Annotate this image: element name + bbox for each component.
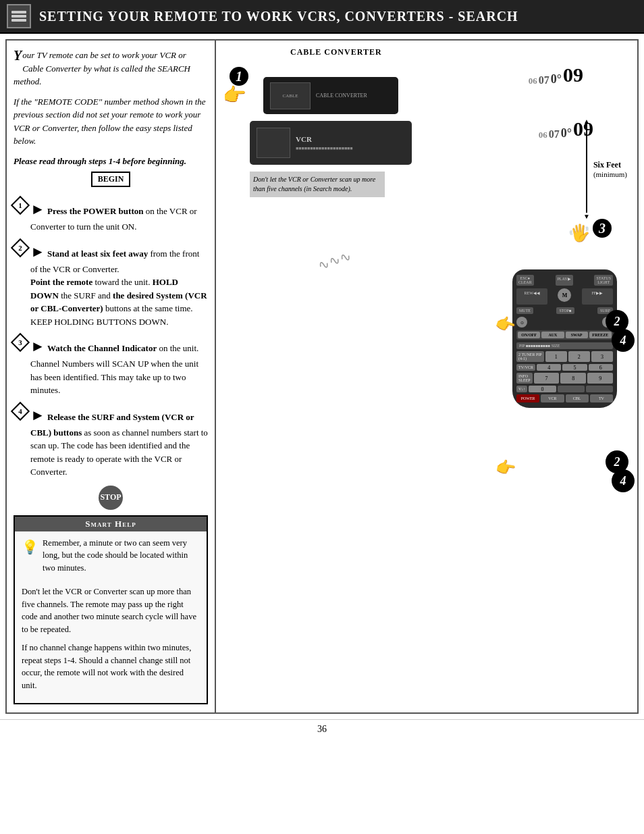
surf-row: ON/OFF AUX SWAP FREEZE [516, 330, 613, 340]
signal-waves: ∿∿∿ [315, 247, 353, 274]
num0-btn: 0 [529, 386, 556, 392]
hand-step1-icon: 👉 [223, 84, 246, 106]
diagram-area: 👉 1 CABLE CABLE CONVERTER 06 07 0° 09 VC… [223, 60, 630, 587]
step-1: 1 ► Press the POWER button on the VCR or… [14, 198, 208, 234]
tv-btn: TV [590, 394, 613, 402]
power-row: POWER VCR CBL TV [516, 394, 613, 402]
smart-help-body: 💡 Remember, a minute or two can seem ver… [15, 531, 207, 703]
blank-btn2 [586, 386, 613, 392]
right-panel: CABLE CONVERTER 👉 1 CABLE CABLE CONVERTE… [216, 41, 637, 712]
badge-step3: 3 [593, 219, 612, 238]
step-3-content: ► Watch the Channel Indicator on the uni… [30, 335, 208, 397]
remote-control: ESC●CLEAR PLAY▶ STATUSLIGHT REW◀◀ M FF▶▶… [512, 269, 617, 408]
step-1-badge: 1 [14, 199, 27, 212]
num1-btn: 1 [545, 351, 567, 362]
ff-btn: FF▶▶ [582, 288, 613, 305]
step-2-badge: 2 [14, 241, 27, 255]
step-4-badge: 4 [14, 405, 27, 418]
vcr-device: VCR ■■■■■■■■■■■■■■■■■■■■ [250, 121, 412, 165]
aux-btn: AUX [541, 332, 564, 338]
main-content: Your TV remote can be set to work your V… [5, 39, 639, 714]
freeze-btn: FREEZE [589, 332, 612, 338]
smart-help-title: Smart Help [15, 517, 207, 531]
pip-bar: PIP ■■■■■■■■■■ SIZE [516, 342, 613, 349]
remote-nav: REW◀◀ M FF▶▶ [516, 288, 613, 305]
intro-text: Your TV remote can be set to work your V… [14, 49, 208, 88]
page-title: Setting Your Remote To Work VCRs, Conver… [39, 9, 518, 24]
tvvcr-row: TV/VCR 4 5 6 [516, 364, 613, 371]
mute-stop-surf-row: MUTE STOP■ SURF [516, 307, 613, 314]
step-2-content: ► Stand at least six feet away from the … [30, 240, 208, 329]
pip-label: PIP ■■■■■■■■■■ SIZE [519, 344, 560, 348]
num7-btn: 7 [534, 373, 560, 384]
step-4: 4 ► Release the SURF and System (VCR or … [14, 404, 208, 479]
left-panel: Your TV remote can be set to work your V… [7, 41, 216, 712]
step-4-content: ► Release the SURF and System (VCR or CB… [30, 404, 208, 479]
page-header: Setting Your Remote To Work VCRs, Conver… [0, 0, 644, 34]
vcr-mode-btn: VCR [541, 394, 564, 402]
badge-4b: 4 [612, 469, 635, 492]
badge-4a: 4 [612, 329, 635, 352]
hand-step4-icon: 👉 [494, 457, 517, 479]
m-btn: M [558, 288, 571, 302]
drop-cap: Y [14, 49, 22, 62]
step-3-badge: 3 [14, 336, 27, 349]
num8-btn: 8 [560, 373, 586, 384]
cbl-btn: CBL [566, 394, 589, 402]
blank-btn [558, 386, 585, 392]
cable-converter-label: CABLE CONVERTER [290, 47, 382, 57]
vcr-label: VCR [296, 135, 353, 143]
smart-help-para-3: If no channel change happens within two … [22, 642, 200, 692]
step-3: 3 ► Watch the Channel Indicator on the u… [14, 335, 208, 397]
status-light-btn: STATUSLIGHT [594, 275, 613, 286]
step-1-content: ► Press the POWER button on the VCR or C… [30, 198, 208, 234]
vol-row: V↓↑ 0 [516, 386, 613, 392]
num3-btn: 3 [591, 351, 613, 362]
onoff-btn: ON/OFF [518, 332, 540, 338]
header-icon [7, 4, 31, 28]
hand-step3-icon: 👋 [564, 218, 593, 247]
remote-body: ESC●CLEAR PLAY▶ STATUSLIGHT REW◀◀ M FF▶▶… [512, 269, 617, 408]
num6-btn: 6 [589, 364, 613, 371]
swap-btn: SWAP [566, 332, 588, 338]
step-2: 2 ► Stand at least six feet away from th… [14, 240, 208, 329]
rew-btn: REW◀◀ [516, 288, 547, 305]
page-number: 36 [0, 719, 644, 739]
stop-btn: STOP■ [556, 307, 574, 314]
smart-help-row-1: 💡 Remember, a minute or two can seem ver… [22, 537, 200, 580]
smart-help-para-2: Don't let the VCR or Converter scan up m… [22, 585, 200, 636]
dont-scan-note: Don't let the VCR or Converter scan up m… [250, 172, 385, 197]
badge-step1: 1 [230, 67, 248, 86]
mute-btn: MUTE [516, 307, 533, 314]
lightbulb-icon: 💡 [22, 537, 38, 557]
stop-box: STOP [14, 486, 208, 510]
six-feet-min: (minimum) [593, 170, 627, 178]
stop-circle: STOP [99, 486, 123, 510]
info-sleep-btn: INFOSLEEP [516, 373, 533, 384]
intro-para-3: Please read through steps 1-4 before beg… [14, 155, 208, 168]
six-feet-label: Six Feet [593, 160, 627, 170]
smart-help-box: Smart Help 💡 Remember, a minute or two c… [14, 515, 208, 704]
intro-text-1: our TV remote can be set to work your VC… [14, 50, 190, 86]
play-btn: PLAY▶ [556, 275, 573, 286]
cable-channel-numbers: 06 07 0° 09 [529, 63, 583, 86]
tvvcr-btn: TV/VCR [516, 364, 535, 371]
info-row: INFOSLEEP 7 8 9 [516, 373, 613, 384]
num5-btn: 5 [562, 364, 587, 371]
circle-btn-left: ⊙ [516, 317, 527, 328]
begin-box: BEGIN [91, 172, 131, 187]
num2-btn: 2 [568, 351, 590, 362]
step-1-text-bold: Press the POWER button [47, 206, 143, 216]
num9-btn: 9 [587, 373, 613, 384]
tuner-pip-btn: 2 TUNER PIP(4-1) [516, 351, 544, 362]
num4-btn: 4 [537, 364, 561, 371]
intro-para-2: If the "REMOTE CODE" number method shown… [14, 95, 208, 148]
six-feet-indicator: ▲ ▼ Six Feet (minimum) [583, 118, 627, 220]
cable-converter-device: CABLE CABLE CONVERTER [263, 77, 398, 114]
vol-down-btn: V↓↑ [516, 386, 527, 392]
remote-top-buttons: ESC●CLEAR PLAY▶ STATUSLIGHT [516, 275, 613, 286]
tuner-pip-row: 2 TUNER PIP(4-1) 1 2 3 [516, 351, 613, 362]
circle-btns-row: ⊙ ⊙ [516, 317, 613, 328]
esc-clear-btn: ESC●CLEAR [516, 275, 534, 286]
smart-help-para-1: Remember, a minute or two can seem very … [43, 537, 200, 575]
